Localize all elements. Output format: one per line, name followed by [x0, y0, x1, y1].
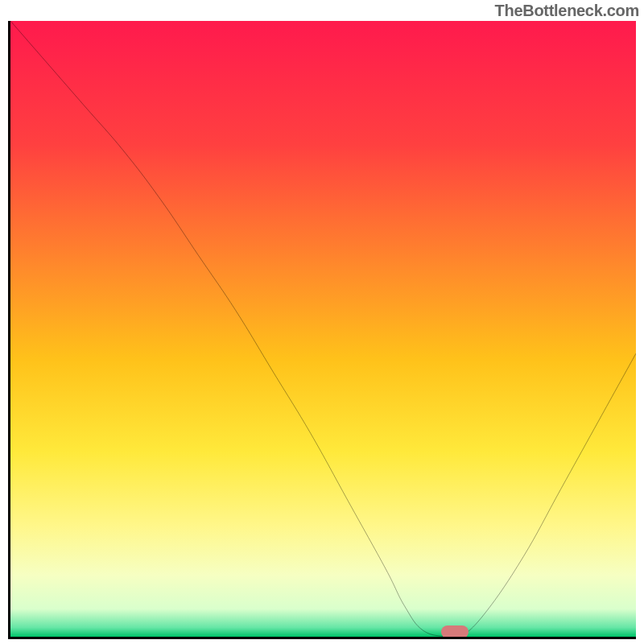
- chart-container: TheBottleneck.com: [0, 0, 644, 644]
- optimum-marker: [441, 625, 469, 638]
- attribution-watermark: TheBottleneck.com: [495, 2, 639, 20]
- plot-area: [8, 21, 636, 639]
- bottleneck-curve: [10, 21, 636, 637]
- curve-layer: [10, 21, 636, 637]
